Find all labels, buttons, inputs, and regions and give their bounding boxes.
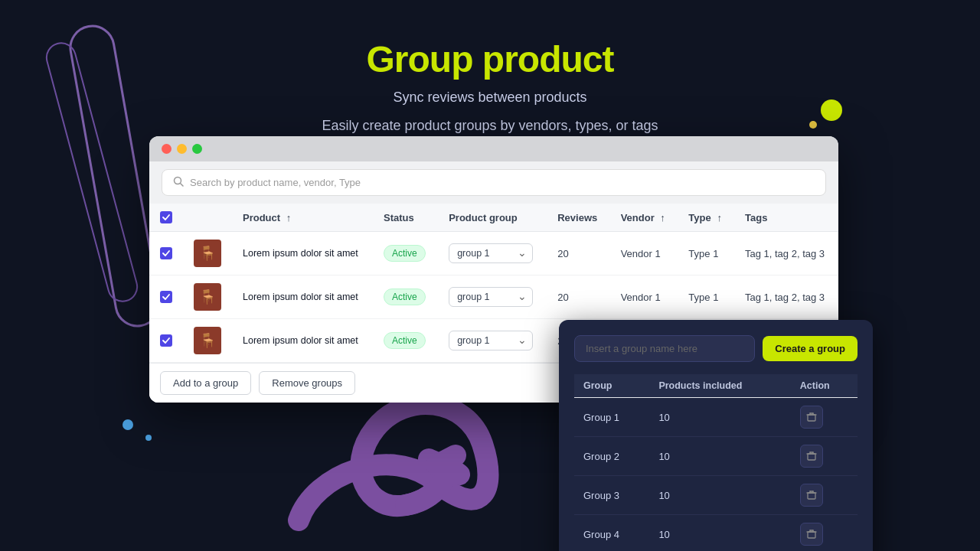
row2-checkbox[interactable] [160,291,172,303]
decor-swirl [253,383,544,551]
group2-action-cell [791,437,858,476]
group-list-item: Group 2 10 [574,437,858,476]
row2-type: Type 1 [678,276,734,319]
row1-status: Active [373,232,438,276]
product-icon: 🪑 [194,327,221,354]
row2-product-icon-cell: 🪑 [183,276,232,319]
row3-group-select[interactable]: group 1 group 2 [449,331,533,350]
row2-group-select-wrapper: group 1 group 2 [449,287,533,307]
subtitle-line2: Easily create product groups by vendors,… [0,115,980,137]
col-product-header[interactable]: Product ↑ [232,204,373,232]
row2-status: Active [373,276,438,319]
svg-rect-12 [808,493,815,499]
group-list-item: Group 1 10 [574,398,858,437]
col-reviews-header: Reviews [547,204,609,232]
row1-group-select[interactable]: group 1 group 2 [449,243,533,263]
group3-name: Group 3 [574,476,649,515]
group1-products: 10 [649,398,790,437]
row1-vendor: Vendor 1 [610,232,678,276]
browser-titlebar [149,136,838,161]
col-status-header: Status [373,204,438,232]
group2-name: Group 2 [574,437,649,476]
search-icon [173,176,184,189]
svg-rect-2 [808,415,815,421]
search-bar[interactable]: Search by product name, vendor, Type [162,169,826,196]
svg-line-1 [181,184,184,187]
row2-product-name: Lorem ipsum dolor sit amet [232,276,373,319]
row2-reviews: 20 [547,276,609,319]
group4-products: 10 [649,515,790,552]
row2-product-group: group 1 group 2 [438,276,547,319]
group4-action-cell [791,515,858,552]
row3-product-group: group 1 group 2 [438,319,547,363]
row1-product-name: Lorem ipsum dolor sit amet [232,232,373,276]
traffic-dot-red[interactable] [162,144,172,154]
row2-checkbox-cell [149,276,183,319]
remove-groups-button[interactable]: Remove groups [259,371,355,395]
col-vendor-header[interactable]: Vendor ↑ [610,204,678,232]
col-product-icon [183,204,232,232]
row1-tags: Tag 1, tag 2, tag 3 [734,232,838,276]
row2-tags: Tag 1, tag 2, tag 3 [734,276,838,319]
group1-action-cell [791,398,858,437]
page-title: Group product [0,38,980,80]
row1-type: Type 1 [678,232,734,276]
table-row: 🪑 Lorem ipsum dolor sit amet Active grou… [149,276,838,319]
group-panel: Create a group Group Products included A… [559,320,873,551]
group-col-products: Products included [649,374,790,398]
group-list-item: Group 3 10 [574,476,858,515]
decor-dot-blue-small [145,435,152,441]
row1-group-select-wrapper: group 1 group 2 [449,243,533,263]
create-group-button[interactable]: Create a group [763,336,858,361]
table-row: 🪑 Lorem ipsum dolor sit amet Active grou… [149,232,838,276]
row3-product-name: Lorem ipsum dolor sit amet [232,319,373,363]
row3-checkbox[interactable] [160,334,172,347]
row2-vendor: Vendor 1 [610,276,678,319]
table-header-row: Product ↑ Status Product group Reviews V… [149,204,838,232]
group-panel-header: Create a group [574,335,858,362]
group2-delete-button[interactable] [800,445,823,468]
decor-dot-blue [122,419,133,430]
row1-checkbox-cell [149,232,183,276]
group-table-header-row: Group Products included Action [574,374,858,398]
row3-checkbox-cell [149,319,183,363]
header-checkbox-cell [149,204,183,232]
group4-delete-button[interactable] [800,523,823,546]
group3-products: 10 [649,476,790,515]
product-icon: 🪑 [194,283,221,311]
row2-group-select[interactable]: group 1 group 2 [449,287,533,307]
select-all-checkbox[interactable] [160,211,172,223]
group-list-table: Group Products included Action Group 1 1… [574,374,858,551]
group2-products: 10 [649,437,790,476]
traffic-dot-green[interactable] [192,144,202,154]
group-col-group: Group [574,374,649,398]
col-type-header[interactable]: Type ↑ [678,204,734,232]
header-section: Group product Sync reviews between produ… [0,0,980,137]
row1-reviews: 20 [547,232,609,276]
row1-product-group: group 1 group 2 [438,232,547,276]
svg-rect-17 [808,532,815,538]
group3-action-cell [791,476,858,515]
row3-status: Active [373,319,438,363]
group-list-item: Group 4 10 [574,515,858,552]
group-name-input[interactable] [574,335,755,362]
row1-checkbox[interactable] [160,247,172,259]
add-to-group-button[interactable]: Add to a group [160,371,251,395]
subtitle-line1: Sync reviews between products [0,86,980,109]
traffic-dot-yellow[interactable] [177,144,187,154]
svg-rect-7 [808,454,815,460]
row3-group-select-wrapper: group 1 group 2 [449,331,533,350]
browser-toolbar: Search by product name, vendor, Type [149,161,838,204]
group-col-action: Action [791,374,858,398]
col-product-group-header: Product group [438,204,547,232]
col-tags-header: Tags [734,204,838,232]
search-placeholder: Search by product name, vendor, Type [190,177,361,188]
group1-name: Group 1 [574,398,649,437]
group3-delete-button[interactable] [800,484,823,507]
group4-name: Group 4 [574,515,649,552]
row3-product-icon-cell: 🪑 [183,319,232,363]
row1-product-icon-cell: 🪑 [183,232,232,276]
product-icon: 🪑 [194,240,221,267]
group1-delete-button[interactable] [800,406,823,429]
